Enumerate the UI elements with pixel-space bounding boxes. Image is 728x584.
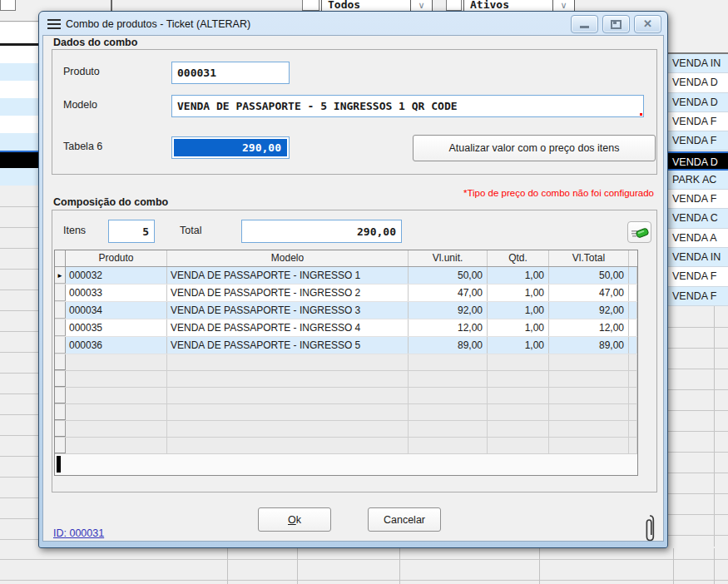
close-button[interactable] [634,15,661,33]
list-item[interactable]: VENDA IN [664,54,728,73]
table-row[interactable]: 000036VENDA DE PASSAPORTE - INGRESSO 589… [55,337,637,354]
table-cell: 50,00 [409,267,488,284]
header-produto[interactable]: Produto [66,250,167,266]
bg-right-gray [664,306,728,547]
list-item[interactable]: VENDA C [664,209,728,228]
bg-column-line [399,548,400,584]
bg-row-line [0,477,38,478]
bg-row-line [0,331,38,332]
bg-left-gray [0,186,38,547]
bg-row-line [0,373,38,374]
table-cell: 12,00 [549,319,629,336]
table-cell: 000034 [66,302,167,319]
list-item[interactable]: VENDA A [664,229,728,248]
table-cell [629,267,637,284]
bg-row-line [0,435,38,436]
list-item[interactable]: VENDA D [664,93,728,112]
table-cell: 1,00 [488,302,549,319]
paperclip-icon[interactable] [644,514,656,544]
composition-table[interactable]: Produto Modelo Vl.unit. Qtd. Vl.Total 00… [54,250,638,476]
produto-value: 000031 [177,67,216,79]
list-item[interactable]: VENDA F [664,287,728,306]
produto-field[interactable]: 000031 [171,62,290,84]
row-indicator [55,319,66,336]
maximize-button[interactable] [602,15,630,33]
recalculate-button[interactable] [627,221,651,243]
bg-left-list [0,46,38,186]
table-cell: 92,00 [409,302,488,319]
minimize-icon [580,26,589,28]
table-row-empty[interactable] [55,421,637,438]
table-row[interactable]: 000035VENDA DE PASSAPORTE - INGRESSO 412… [55,319,637,337]
table-row[interactable]: 000034VENDA DE PASSAPORTE - INGRESSO 392… [55,302,637,319]
header-qtd[interactable]: Qtd. [488,250,549,266]
table-row-empty[interactable] [55,438,637,454]
table-row[interactable]: 000033VENDA DE PASSAPORTE - INGRESSO 247… [55,285,637,302]
header-vltotal[interactable]: Vl.Total [549,250,629,266]
bg-row-line [664,452,728,453]
atualizar-valor-button[interactable]: Atualizar valor com o preço dos itens [413,135,656,161]
bg-row-line [664,369,728,369]
bg-row-line [664,389,728,390]
section-title-dados: Dados do combo [53,37,137,48]
table-cell [488,421,549,437]
total-label: Total [180,225,201,236]
minimize-button[interactable] [571,15,598,33]
header-modelo[interactable]: Modelo [167,250,409,266]
list-item[interactable]: VENDA D [664,73,728,92]
table-cell [549,354,629,370]
chevron-down-icon[interactable] [552,0,575,12]
table-cell [66,354,167,370]
itens-field[interactable]: 5 [108,220,155,243]
bg-row-line [0,414,38,415]
table-row-empty[interactable] [55,371,637,388]
table-cell [549,388,629,403]
table-cell: 92,00 [549,302,629,319]
table-cell [167,354,409,370]
table-cell [409,438,488,453]
list-item-edge [0,63,38,82]
table-cell [549,421,629,437]
list-item[interactable]: VENDA F [664,112,728,131]
table-cell [629,319,637,336]
list-item-edge [0,46,38,64]
table-cell [488,371,549,387]
table-row[interactable]: 000032VENDA DE PASSAPORTE - INGRESSO 150… [55,267,637,285]
list-item[interactable]: PARK AC [664,171,728,190]
table-row-empty[interactable] [55,404,637,421]
table-row-empty[interactable] [55,354,637,371]
table-cell [66,388,167,403]
total-field[interactable]: 290,00 [241,220,402,243]
bg-bottom-strip [0,547,728,584]
list-item[interactable]: VENDA F [664,131,728,151]
bg-row-line [0,518,38,519]
table-cell: 1,00 [488,267,549,284]
list-item[interactable]: VENDA F [664,267,728,286]
cancel-button[interactable]: Cancelar [368,507,441,532]
table-cell [66,404,167,420]
bg-column-line [714,548,715,584]
menu-icon[interactable] [47,19,61,29]
row-indicator [55,438,66,453]
tabela-field[interactable]: 290,00 [171,136,290,159]
list-item[interactable]: VENDA D [664,151,728,171]
list-item[interactable]: VENDA F [664,190,728,209]
maximize-icon [611,20,622,29]
ok-button[interactable]: Ok [258,507,331,532]
table-cell [629,354,637,370]
table-cell [167,388,409,403]
bg-right-list[interactable]: VENDA INVENDA DVENDA DVENDA FVENDA FVEND… [664,54,728,306]
modelo-field[interactable]: VENDA DE PASSAPORTE - 5 INGRESSOS 1 QR C… [171,95,644,117]
table-cell [549,371,629,387]
list-item[interactable]: VENDA IN [664,248,728,267]
header-vlunit[interactable]: Vl.unit. [409,250,488,266]
row-indicator [55,371,66,387]
id-link[interactable]: ID: 000031 [53,527,104,539]
table-header: Produto Modelo Vl.unit. Qtd. Vl.Total [55,250,637,267]
table-cell: 47,00 [409,285,488,301]
table-cell [409,388,488,403]
dialog-content: Dados do combo Produto 000031 Modelo VEN… [42,35,664,542]
chevron-down-icon[interactable] [410,0,433,12]
table-row-empty[interactable] [55,388,637,404]
list-item-edge [0,116,38,134]
